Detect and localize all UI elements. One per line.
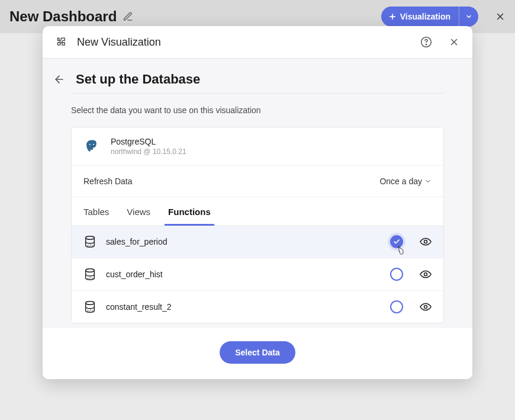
add-visualization-button[interactable]: Visualization	[381, 7, 478, 27]
svg-point-11	[86, 236, 95, 240]
chevron-down-icon	[424, 178, 432, 185]
modal-title: New Visualization	[77, 36, 161, 49]
preview-icon[interactable]	[420, 236, 432, 248]
plus-icon	[388, 12, 397, 21]
tab-views[interactable]: Views	[127, 197, 150, 225]
function-icon: </>	[83, 268, 96, 281]
instruction-text: Select the data you want to use on this …	[71, 105, 444, 115]
svg-text:</>: </>	[87, 276, 94, 281]
function-list: </> sales_for_period </>	[72, 226, 443, 323]
select-radio[interactable]	[390, 235, 403, 248]
postgresql-icon	[83, 138, 100, 155]
refresh-row: Refresh Data Once a day	[72, 165, 443, 197]
database-card: PostgreSQL northwind @ 10.15.0.21 Refres…	[71, 127, 444, 323]
help-icon[interactable]	[420, 36, 432, 48]
database-row: PostgreSQL northwind @ 10.15.0.21	[72, 127, 443, 165]
visualization-dropdown-toggle[interactable]	[459, 7, 478, 27]
svg-text:</>: </>	[87, 309, 94, 313]
step-title: Set up the Database	[76, 72, 200, 87]
select-radio[interactable]	[390, 300, 403, 313]
svg-point-14	[86, 269, 95, 272]
function-icon: </>	[83, 300, 96, 313]
refresh-frequency-dropdown[interactable]: Once a day	[379, 177, 432, 186]
data-type-tabs: Tables Views Functions	[72, 197, 443, 226]
select-radio[interactable]	[390, 268, 403, 281]
svg-point-16	[424, 273, 427, 276]
edit-icon[interactable]	[123, 11, 133, 22]
list-item[interactable]: </> constant_result_2	[72, 290, 443, 323]
svg-point-5	[426, 44, 426, 45]
svg-point-17	[86, 302, 95, 304]
function-name: cust_order_hist	[106, 270, 381, 279]
add-visualization-label: Visualization	[400, 12, 450, 21]
close-dashboard-icon[interactable]	[495, 11, 506, 22]
function-name: constant_result_2	[106, 302, 381, 312]
puzzle-icon	[56, 36, 69, 49]
tab-functions[interactable]: Functions	[168, 197, 211, 225]
database-host: northwind @ 10.15.0.21	[111, 148, 186, 156]
back-arrow-icon[interactable]	[53, 73, 65, 85]
svg-text:</>: </>	[87, 243, 94, 248]
preview-icon[interactable]	[420, 301, 432, 313]
database-name: PostgreSQL	[111, 137, 186, 146]
new-visualization-modal: New Visualization Set up the Database Se…	[43, 26, 472, 379]
preview-icon[interactable]	[420, 268, 432, 280]
list-item[interactable]: </> sales_for_period	[72, 226, 443, 258]
close-modal-icon[interactable]	[449, 37, 459, 47]
select-data-button[interactable]: Select Data	[220, 341, 295, 364]
svg-point-9	[89, 144, 91, 145]
tab-tables[interactable]: Tables	[83, 197, 109, 225]
dashboard-title: New Dashboard	[9, 8, 117, 25]
refresh-frequency-value: Once a day	[379, 177, 422, 186]
function-icon: </>	[83, 235, 96, 248]
refresh-label: Refresh Data	[83, 177, 132, 186]
modal-footer: Select Data	[43, 328, 472, 379]
modal-header: New Visualization	[43, 26, 472, 58]
chevron-down-icon	[465, 13, 472, 20]
svg-point-19	[424, 306, 427, 309]
list-item[interactable]: </> cust_order_hist	[72, 258, 443, 290]
function-name: sales_for_period	[106, 237, 381, 246]
modal-body: Set up the Database Select the data you …	[43, 59, 472, 328]
svg-point-10	[93, 144, 94, 145]
svg-point-13	[424, 241, 427, 243]
